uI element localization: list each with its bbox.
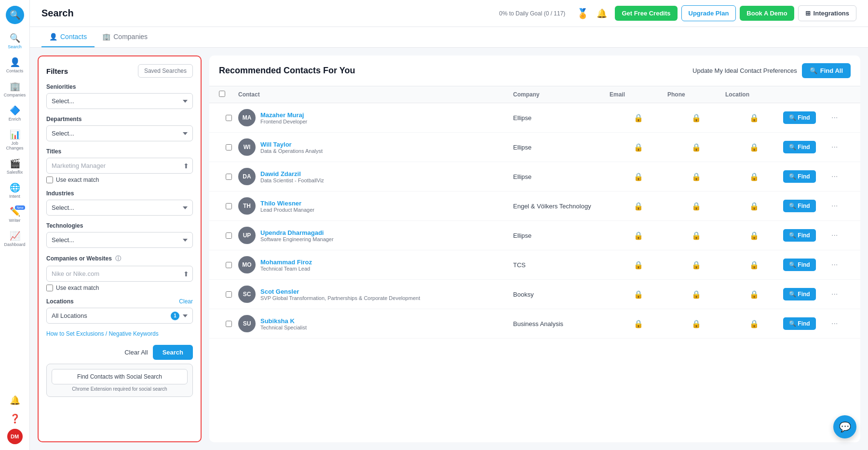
companies-exact-match-checkbox[interactable]: [46, 285, 53, 291]
sidebar-item-enrich[interactable]: 🔷 Enrich: [2, 102, 28, 124]
more-button-cell: ···: [831, 113, 851, 122]
tab-companies[interactable]: 🏢 Companies: [95, 27, 155, 47]
sidebar-item-search[interactable]: 🔍 Search: [2, 30, 28, 52]
departments-select[interactable]: Select...: [46, 125, 193, 141]
more-options-button[interactable]: ···: [831, 172, 838, 181]
contact-name[interactable]: Scot Gensler: [260, 288, 420, 295]
seniorities-select[interactable]: Select...: [46, 93, 193, 109]
main-content: Search 0% to Daily Goal (0 / 117) 🏅 🔔 Ge…: [30, 0, 868, 450]
more-options-button[interactable]: ···: [831, 290, 838, 299]
contact-name[interactable]: Will Taylor: [260, 141, 323, 148]
companies-icon: 🏢: [10, 81, 20, 92]
titles-exact-match-checkbox[interactable]: [46, 177, 53, 183]
row-checkbox[interactable]: [226, 144, 232, 150]
avatar: DA: [238, 168, 256, 185]
find-button[interactable]: 🔍 Find: [783, 288, 816, 300]
contact-title: Data Scientist - FootballViz: [260, 177, 324, 183]
search-button[interactable]: Search: [153, 345, 193, 360]
contact-name[interactable]: Upendra Dharmagadi: [260, 229, 334, 236]
find-button-cell: 🔍 Find: [783, 170, 831, 183]
book-demo-button[interactable]: Book A Demo: [740, 6, 794, 21]
companies-upload-icon[interactable]: ⬆: [183, 270, 189, 278]
sidebar-item-salesflix[interactable]: 🎬 Salesflix: [2, 155, 28, 177]
more-options-button[interactable]: ···: [831, 113, 838, 122]
more-options-button[interactable]: ···: [831, 143, 838, 151]
upload-icon[interactable]: ⬆: [183, 162, 189, 170]
titles-exact-match-row: Use exact match: [46, 177, 193, 183]
titles-exact-match-label[interactable]: Use exact match: [56, 177, 99, 183]
row-checkbox[interactable]: [226, 115, 232, 121]
row-checkbox[interactable]: [226, 232, 232, 239]
chrome-extension-note: Chrome Extension required for social sea…: [52, 386, 188, 392]
sidebar-logo[interactable]: 🔍: [6, 6, 24, 24]
find-button[interactable]: 🔍 Find: [783, 229, 816, 242]
contact-name[interactable]: Thilo Wiesner: [260, 200, 314, 207]
phone-lock-icon: 🔒: [667, 113, 725, 123]
find-button[interactable]: 🔍 Find: [783, 111, 816, 124]
logo-icon: 🔍: [10, 10, 20, 20]
user-avatar[interactable]: DM: [7, 429, 23, 444]
sidebar-item-writer[interactable]: ✏️ Writer New: [2, 204, 28, 226]
companies-input[interactable]: [46, 266, 193, 282]
titles-input[interactable]: [46, 158, 193, 174]
get-free-credits-button[interactable]: Get Free Credits: [615, 6, 677, 21]
select-all-checkbox[interactable]: [219, 91, 225, 97]
row-checkbox[interactable]: [226, 203, 232, 209]
find-button[interactable]: 🔍 Find: [783, 141, 816, 153]
contact-name[interactable]: Mohammad Firoz: [260, 259, 312, 266]
technologies-select[interactable]: Select...: [46, 232, 193, 248]
sidebar-item-job-changes[interactable]: 📊 Job Changes: [2, 126, 28, 153]
social-search-box: Find Contacts with Social Search Chrome …: [46, 364, 193, 397]
upgrade-plan-button[interactable]: Upgrade Plan: [681, 5, 736, 21]
locations-badge: 1: [171, 312, 179, 320]
sidebar-item-help[interactable]: ❓: [2, 410, 28, 427]
more-button-cell: ···: [831, 290, 851, 299]
email-lock-icon: 🔒: [610, 143, 667, 152]
companies-exact-match-label[interactable]: Use exact match: [56, 285, 99, 291]
daily-goal-text: 0% to Daily Goal (0 / 117): [499, 10, 565, 17]
integrations-button[interactable]: ⊞ Integrations: [798, 5, 856, 21]
medal-icon: 🏅: [577, 8, 589, 19]
contacts-tab-label: Contacts: [60, 33, 87, 41]
sidebar-item-intent[interactable]: 🌐 Intent: [2, 179, 28, 202]
saved-searches-button[interactable]: Saved Searches: [138, 64, 193, 78]
social-search-button[interactable]: Find Contacts with Social Search: [52, 369, 188, 384]
contact-name[interactable]: Dawid Zdarzil: [260, 170, 324, 177]
clear-all-button[interactable]: Clear All: [124, 349, 148, 356]
table-row: SC Scot Gensler SVP Global Transformatio…: [209, 280, 860, 309]
more-button-cell: ···: [831, 172, 851, 181]
find-button[interactable]: 🔍 Find: [783, 317, 816, 330]
tab-contacts[interactable]: 👤 Contacts: [41, 27, 95, 47]
exclusions-link[interactable]: How to Set Exclusions / Negative Keyword…: [46, 330, 193, 337]
chat-bubble[interactable]: 💬: [833, 415, 856, 438]
more-options-button[interactable]: ···: [831, 231, 838, 240]
find-button[interactable]: 🔍 Find: [783, 170, 816, 183]
row-checkbox-cell: [219, 115, 238, 121]
find-button[interactable]: 🔍 Find: [783, 259, 816, 271]
update-preferences-button[interactable]: Update My Ideal Contact Preferences: [692, 67, 797, 74]
row-checkbox[interactable]: [226, 291, 232, 298]
more-options-button[interactable]: ···: [831, 202, 838, 210]
sidebar-item-companies[interactable]: 🏢 Companies: [2, 78, 28, 100]
industries-select[interactable]: Select...: [46, 200, 193, 216]
avatar: MO: [238, 256, 256, 273]
contact-name[interactable]: Mazaher Muraj: [260, 111, 307, 119]
row-checkbox[interactable]: [226, 321, 232, 327]
avatar: UP: [238, 227, 256, 244]
sidebar-item-notifications[interactable]: 🔔: [2, 392, 28, 409]
row-checkbox[interactable]: [226, 174, 232, 180]
contact-name[interactable]: Subiksha K: [260, 317, 307, 325]
locations-clear-button[interactable]: Clear: [179, 298, 193, 305]
contact-col-header: Contact: [238, 91, 513, 98]
more-options-button[interactable]: ···: [831, 319, 838, 328]
phone-lock-icon: 🔒: [667, 172, 725, 181]
find-button[interactable]: 🔍 Find: [783, 200, 816, 212]
more-options-button[interactable]: ···: [831, 260, 838, 269]
phone-lock-icon: 🔒: [667, 290, 725, 299]
find-all-button[interactable]: 🔍 Find All: [802, 63, 851, 78]
find-button-cell: 🔍 Find: [783, 229, 831, 242]
sidebar-item-contacts[interactable]: 👤 Contacts: [2, 54, 28, 76]
row-checkbox[interactable]: [226, 262, 232, 268]
sidebar-item-dashboard[interactable]: 📈 Dashboard: [2, 228, 28, 250]
notification-bell-icon[interactable]: 🔔: [597, 8, 607, 19]
